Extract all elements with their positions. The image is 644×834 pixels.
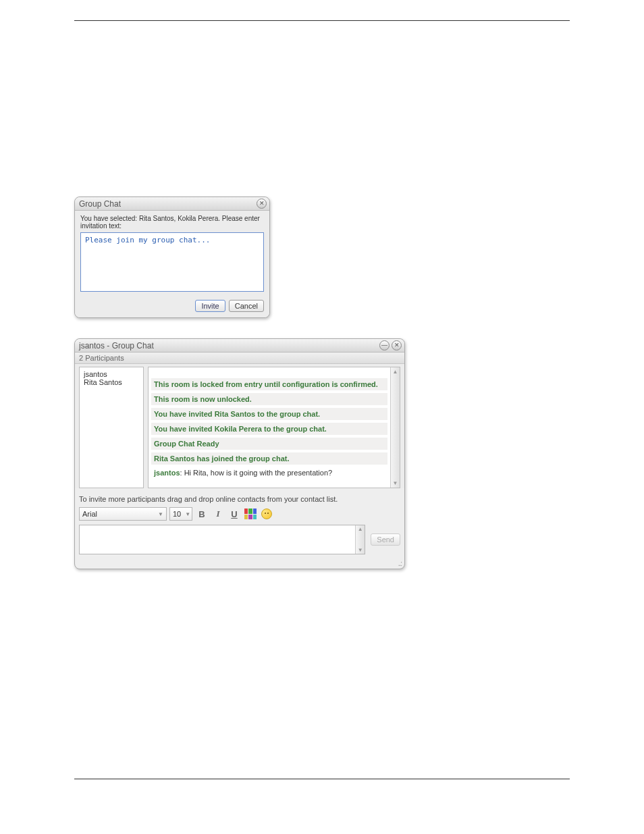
chat-message-sender: jsantos	[154, 469, 180, 477]
text-color-button[interactable]	[244, 507, 257, 521]
scroll-down-icon[interactable]: ▼	[393, 480, 398, 486]
chat-message-text: Hi Rita, how is it going with the presen…	[184, 469, 333, 477]
format-toolbar: Arial ▼ 10 ▼ B I U	[75, 507, 404, 525]
invite-hint-text: To invite more participants drag and dro…	[75, 488, 404, 507]
scroll-down-icon[interactable]: ▼	[358, 547, 363, 553]
system-message: Group Chat Ready	[151, 438, 387, 450]
system-message: You have invited Rita Santos to the grou…	[151, 408, 387, 420]
scroll-up-icon[interactable]: ▲	[393, 369, 398, 375]
chat-window-titlebar[interactable]: jsantos - Group Chat — ✕	[75, 339, 404, 353]
bold-button[interactable]: B	[195, 507, 209, 521]
invite-dialog-title: Group Chat	[79, 199, 254, 209]
participant-count-bar: 2 Participants	[75, 353, 404, 364]
invite-button[interactable]: Invite	[195, 300, 225, 312]
system-message: This room is now unlocked.	[151, 393, 387, 405]
chat-window-title: jsantos - Group Chat	[79, 341, 377, 350]
list-item[interactable]: jsantos	[84, 370, 139, 378]
chevron-down-icon: ▼	[158, 511, 163, 517]
compose-scrollbar[interactable]: ▲ ▼	[355, 525, 365, 554]
font-family-select[interactable]: Arial ▼	[79, 507, 167, 521]
bottom-rule	[74, 779, 570, 779]
close-icon[interactable]: ✕	[392, 340, 402, 350]
list-item[interactable]: Rita Santos	[84, 378, 139, 386]
emoji-button[interactable]	[260, 507, 273, 521]
send-button[interactable]: Send	[371, 533, 400, 546]
chevron-down-icon: ▼	[185, 511, 190, 517]
system-message: This room is locked from entry until con…	[151, 378, 387, 390]
close-icon[interactable]: ✕	[257, 199, 267, 209]
invite-dialog-titlebar[interactable]: Group Chat ✕	[75, 197, 269, 211]
chat-message: jsantos: Hi Rita, how is it going with t…	[151, 467, 387, 478]
message-input[interactable]	[80, 525, 355, 554]
italic-button[interactable]: I	[211, 507, 225, 521]
transcript-scrollbar[interactable]: ▲ ▼	[390, 367, 400, 488]
color-swatch-icon	[244, 509, 257, 519]
system-message: You have invited Kokila Perera to the gr…	[151, 423, 387, 435]
scroll-up-icon[interactable]: ▲	[358, 526, 363, 532]
underline-button[interactable]: U	[227, 507, 241, 521]
font-family-value: Arial	[82, 510, 97, 518]
transcript-scroll-area[interactable]: This room is locked from entry until con…	[149, 367, 390, 488]
minimize-icon[interactable]: —	[379, 340, 390, 350]
font-size-select[interactable]: 10 ▼	[169, 507, 192, 521]
resize-grip-icon[interactable]: ..:	[75, 558, 404, 569]
font-size-value: 10	[173, 510, 181, 518]
transcript-pane: This room is locked from entry until con…	[148, 367, 400, 488]
participants-list[interactable]: jsantos Rita Santos	[79, 367, 144, 488]
invitation-text-input[interactable]	[80, 232, 264, 292]
compose-area: ▲ ▼	[79, 525, 365, 554]
invite-dialog-window: Group Chat ✕ You have selected: Rita San…	[74, 197, 270, 318]
group-chat-window: jsantos - Group Chat — ✕ 2 Participants …	[74, 338, 405, 569]
smiley-icon	[261, 509, 272, 519]
cancel-button[interactable]: Cancel	[229, 300, 264, 312]
system-message: Rita Santos has joined the group chat.	[151, 452, 387, 465]
invite-selected-text: You have selected: Rita Santos, Kokila P…	[80, 215, 264, 230]
